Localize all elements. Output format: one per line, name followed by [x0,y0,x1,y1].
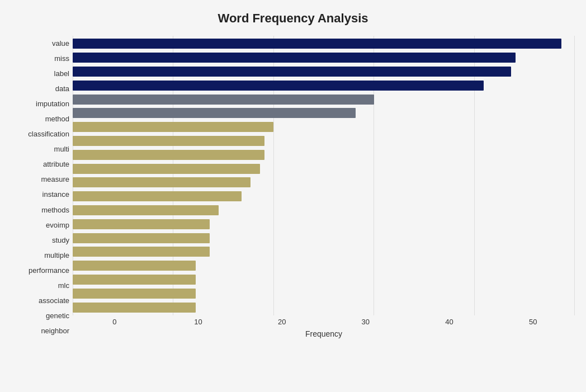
bar [73,289,196,299]
y-label: data [55,82,69,96]
bar [73,303,196,313]
bar-row [73,218,575,230]
bar-row [73,107,575,119]
y-label: instance [42,187,69,202]
y-label: evoimp [46,218,69,232]
chart-container: Word Frequency Analysis valuemisslabelda… [0,0,586,392]
bar [73,219,210,229]
chart-title: Word Frequency Analysis [11,11,575,26]
bars-wrapper [73,36,575,315]
y-label: method [45,112,69,126]
bar [73,81,484,91]
bar-row [73,273,575,286]
bars-section: 01020304050 Frequency [73,36,575,338]
x-axis-label: Frequency [73,329,575,338]
y-label: methods [41,202,69,217]
bar-row [73,93,575,106]
y-label: multi [54,142,69,157]
bar [73,191,242,201]
bar [73,205,219,215]
bar [73,275,196,285]
y-label: study [52,233,69,247]
x-tick: 30 [324,318,408,326]
bar-row [73,204,575,216]
y-label: genetic [46,308,69,323]
bar-row [73,149,575,161]
bar [73,261,196,271]
y-label: associate [39,293,69,308]
bar-row [73,51,575,64]
y-label: multiple [44,248,69,262]
y-label: neighbor [41,323,69,338]
x-tick: 40 [408,318,492,326]
bar [73,164,260,174]
bar [73,177,251,187]
y-axis-labels: valuemisslabeldataimputationmethodclassi… [11,36,73,338]
bar [73,122,273,132]
x-ticks: 01020304050 [73,315,575,326]
y-label: attribute [43,157,69,172]
bar-row [73,65,575,78]
x-tick: 0 [73,318,157,326]
y-label: mlc [58,278,69,292]
bar-row [73,176,575,188]
bar-row [73,259,575,272]
bar-row [73,245,575,258]
bar [73,150,264,160]
y-label: classification [28,127,69,141]
bar-row [73,135,575,147]
y-label: imputation [36,97,69,111]
bar [73,247,210,257]
bar [73,67,511,77]
bar-row [73,163,575,175]
y-label: performance [29,263,69,277]
y-label: label [54,67,69,81]
grid-bars [73,36,575,315]
bar-row [73,190,575,202]
bar [73,108,356,118]
bar-row [73,79,575,92]
bar [73,233,210,243]
bar [73,53,516,63]
x-tick: 50 [491,318,575,326]
y-label: miss [54,51,69,66]
bar-row [73,37,575,50]
bar [73,95,374,105]
y-label: measure [41,172,69,187]
bar-row [73,121,575,133]
x-tick: 20 [240,318,324,326]
bar-row [73,287,575,300]
x-tick: 10 [157,318,240,326]
bar [73,39,561,49]
bar [73,136,264,146]
y-label: value [52,36,69,51]
bar-row [73,301,575,314]
bar-row [73,232,575,244]
